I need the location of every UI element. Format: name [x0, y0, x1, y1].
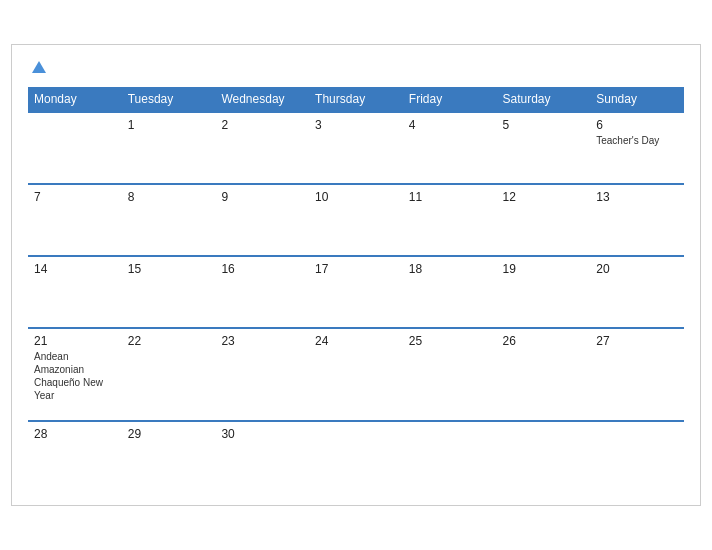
calendar-cell: 23 — [215, 328, 309, 421]
calendar-cell: 1 — [122, 112, 216, 184]
calendar-cell: 5 — [497, 112, 591, 184]
calendar-week-row: 14151617181920 — [28, 256, 684, 328]
calendar-cell: 6Teacher's Day — [590, 112, 684, 184]
calendar-cell: 7 — [28, 184, 122, 256]
day-number: 7 — [34, 190, 116, 204]
event-label: Andean Amazonian Chaqueño New Year — [34, 350, 116, 402]
weekday-header-row: MondayTuesdayWednesdayThursdayFridaySatu… — [28, 87, 684, 112]
day-number: 19 — [503, 262, 585, 276]
calendar-cell: 11 — [403, 184, 497, 256]
calendar-cell: 16 — [215, 256, 309, 328]
weekday-header-friday: Friday — [403, 87, 497, 112]
calendar-cell: 29 — [122, 421, 216, 493]
event-label: Teacher's Day — [596, 134, 678, 147]
day-number: 29 — [128, 427, 210, 441]
calendar-cell — [28, 112, 122, 184]
calendar-cell: 25 — [403, 328, 497, 421]
day-number: 11 — [409, 190, 491, 204]
day-number: 16 — [221, 262, 303, 276]
day-number: 5 — [503, 118, 585, 132]
calendar-cell — [403, 421, 497, 493]
day-number: 10 — [315, 190, 397, 204]
calendar-cell: 19 — [497, 256, 591, 328]
calendar-cell: 27 — [590, 328, 684, 421]
calendar-container: MondayTuesdayWednesdayThursdayFridaySatu… — [11, 44, 701, 506]
day-number: 28 — [34, 427, 116, 441]
calendar-cell: 4 — [403, 112, 497, 184]
calendar-cell: 24 — [309, 328, 403, 421]
calendar-cell: 13 — [590, 184, 684, 256]
weekday-header-saturday: Saturday — [497, 87, 591, 112]
logo — [28, 61, 46, 73]
day-number: 4 — [409, 118, 491, 132]
logo-general-text — [28, 61, 46, 73]
calendar-cell: 21Andean Amazonian Chaqueño New Year — [28, 328, 122, 421]
calendar-cell: 17 — [309, 256, 403, 328]
day-number: 8 — [128, 190, 210, 204]
weekday-header-tuesday: Tuesday — [122, 87, 216, 112]
day-number: 24 — [315, 334, 397, 348]
day-number: 17 — [315, 262, 397, 276]
calendar-cell: 18 — [403, 256, 497, 328]
day-number: 1 — [128, 118, 210, 132]
calendar-cell: 9 — [215, 184, 309, 256]
calendar-cell: 26 — [497, 328, 591, 421]
calendar-cell: 20 — [590, 256, 684, 328]
calendar-table: MondayTuesdayWednesdayThursdayFridaySatu… — [28, 87, 684, 493]
day-number: 9 — [221, 190, 303, 204]
day-number: 6 — [596, 118, 678, 132]
day-number: 21 — [34, 334, 116, 348]
calendar-header — [28, 61, 684, 73]
calendar-cell — [590, 421, 684, 493]
calendar-cell: 12 — [497, 184, 591, 256]
weekday-header-wednesday: Wednesday — [215, 87, 309, 112]
weekday-header-thursday: Thursday — [309, 87, 403, 112]
calendar-cell — [497, 421, 591, 493]
calendar-cell: 2 — [215, 112, 309, 184]
day-number: 18 — [409, 262, 491, 276]
calendar-cell: 15 — [122, 256, 216, 328]
day-number: 22 — [128, 334, 210, 348]
calendar-week-row: 123456Teacher's Day — [28, 112, 684, 184]
calendar-week-row: 78910111213 — [28, 184, 684, 256]
day-number: 20 — [596, 262, 678, 276]
day-number: 2 — [221, 118, 303, 132]
calendar-cell: 30 — [215, 421, 309, 493]
calendar-cell: 28 — [28, 421, 122, 493]
calendar-cell — [309, 421, 403, 493]
day-number: 15 — [128, 262, 210, 276]
calendar-cell: 3 — [309, 112, 403, 184]
day-number: 26 — [503, 334, 585, 348]
day-number: 3 — [315, 118, 397, 132]
day-number: 14 — [34, 262, 116, 276]
calendar-cell: 8 — [122, 184, 216, 256]
weekday-header-monday: Monday — [28, 87, 122, 112]
day-number: 13 — [596, 190, 678, 204]
calendar-cell: 10 — [309, 184, 403, 256]
calendar-week-row: 282930 — [28, 421, 684, 493]
calendar-cell: 22 — [122, 328, 216, 421]
weekday-header-sunday: Sunday — [590, 87, 684, 112]
logo-triangle-icon — [32, 61, 46, 73]
day-number: 12 — [503, 190, 585, 204]
calendar-cell: 14 — [28, 256, 122, 328]
day-number: 23 — [221, 334, 303, 348]
day-number: 30 — [221, 427, 303, 441]
calendar-week-row: 21Andean Amazonian Chaqueño New Year2223… — [28, 328, 684, 421]
day-number: 25 — [409, 334, 491, 348]
day-number: 27 — [596, 334, 678, 348]
